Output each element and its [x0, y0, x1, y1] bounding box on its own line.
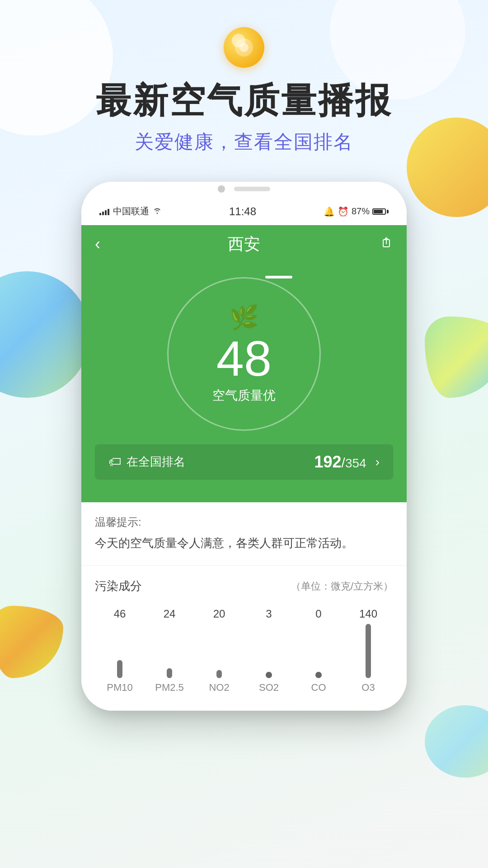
aqi-section: 🌿 48 空气质量优 🏷 在全国排名 192/354 ›	[81, 264, 407, 502]
app-header: 最新空气质量播报 关爱健康，查看全国排名	[0, 0, 488, 155]
app-icon	[224, 27, 264, 68]
nav-back-button[interactable]: ‹	[95, 235, 117, 254]
clock-icon: ⏰	[338, 206, 349, 217]
wifi-icon	[153, 206, 162, 217]
pollutant-so2: 3 SO2	[244, 608, 294, 693]
no2-bar	[216, 670, 222, 678]
phone-camera	[218, 185, 225, 193]
carrier-name: 中国联通	[113, 205, 149, 217]
phone-mockup: 中国联通 11:48 🔔 ⏰ 87%	[81, 182, 407, 711]
tip-section: 温馨提示: 今天的空气质量令人满意，各类人群可正常活动。	[81, 502, 407, 566]
pollutants-unit: （单位：微克/立方米）	[291, 580, 393, 593]
o3-bar	[366, 624, 371, 678]
main-title: 最新空气质量播报	[0, 81, 488, 120]
pm25-bar-container	[167, 624, 172, 678]
so2-dot	[266, 672, 272, 678]
phone-wrapper: 中国联通 11:48 🔔 ⏰ 87%	[0, 182, 488, 711]
pm10-label: PM10	[107, 682, 132, 693]
pollutants-chart: 46 PM10 24 PM2.5	[95, 608, 393, 698]
tip-title: 温馨提示:	[95, 515, 393, 529]
pm25-value: 24	[164, 608, 176, 620]
ranking-total: 354	[345, 456, 366, 470]
ranking-left: 🏷 在全国排名	[108, 454, 185, 470]
pollutant-no2: 20 NO2	[194, 608, 244, 693]
ranking-numbers: 192/354	[314, 453, 366, 472]
aqi-label: 空气质量优	[212, 387, 276, 404]
pm10-bar	[117, 660, 122, 678]
alarm-icon: 🔔	[324, 206, 335, 217]
nav-city-title: 西安	[228, 233, 260, 255]
ranking-arrow-icon: ›	[375, 455, 380, 469]
so2-label: SO2	[259, 682, 279, 693]
phone-speaker	[234, 187, 270, 191]
aqi-value: 48	[216, 334, 272, 383]
pm25-bar	[167, 668, 172, 678]
battery-icon	[372, 208, 389, 215]
app-content: ‹ 西安 🌿 48 空气质量优	[81, 225, 407, 711]
pm25-label: PM2.5	[155, 682, 184, 693]
ranking-flag-icon: 🏷	[108, 454, 121, 469]
status-bar-time: 11:48	[229, 205, 256, 218]
pollutant-pm25: 24 PM2.5	[145, 608, 194, 693]
pm10-bar-container	[117, 624, 122, 678]
pollutants-header: 污染成分 （单位：微克/立方米）	[95, 578, 393, 594]
ranking-current: 192	[314, 453, 342, 471]
tip-content: 今天的空气质量令人满意，各类人群可正常活动。	[95, 534, 393, 553]
no2-bar-container	[216, 624, 222, 678]
aqi-leaf-icon: 🌿	[230, 304, 259, 331]
nav-bar: ‹ 西安	[81, 225, 407, 264]
co-bar-container	[315, 624, 322, 678]
ranking-bar[interactable]: 🏷 在全国排名 192/354 ›	[95, 444, 393, 480]
o3-bar-container	[366, 624, 371, 678]
battery-percent: 87%	[352, 206, 370, 217]
ranking-right: 192/354 ›	[314, 453, 380, 472]
svg-point-1	[239, 43, 249, 52]
status-bar-right: 🔔 ⏰ 87%	[324, 206, 389, 217]
share-icon	[380, 236, 393, 250]
status-bar-left: 中国联通	[99, 205, 162, 217]
so2-bar-container	[266, 624, 272, 678]
pollutants-section: 污染成分 （单位：微克/立方米） 46 PM10 24	[81, 566, 407, 711]
no2-label: NO2	[209, 682, 229, 693]
status-bar: 中国联通 11:48 🔔 ⏰ 87%	[81, 198, 407, 225]
notification-icon	[233, 36, 255, 59]
signal-icon	[99, 208, 109, 215]
bg-decoration-teal-right	[425, 705, 488, 778]
sub-title: 关爱健康，查看全国排名	[0, 129, 488, 155]
so2-value: 3	[266, 608, 272, 620]
nav-share-button[interactable]	[371, 236, 393, 253]
pm10-value: 46	[114, 608, 126, 620]
co-dot	[315, 672, 322, 678]
phone-notch	[81, 182, 407, 198]
pollutant-co: 0 CO	[294, 608, 343, 693]
ranking-label: 在全国排名	[127, 454, 185, 470]
no2-value: 20	[213, 608, 225, 620]
o3-label: O3	[361, 682, 375, 693]
co-label: CO	[311, 682, 326, 693]
aqi-circle: 🌿 48 空气质量优	[167, 277, 321, 431]
pollutant-pm10: 46 PM10	[95, 608, 145, 693]
o3-value: 140	[359, 608, 377, 620]
back-icon: ‹	[95, 235, 100, 253]
pollutant-o3: 140 O3	[343, 608, 393, 693]
pollutants-title: 污染成分	[95, 578, 142, 594]
co-value: 0	[315, 608, 321, 620]
